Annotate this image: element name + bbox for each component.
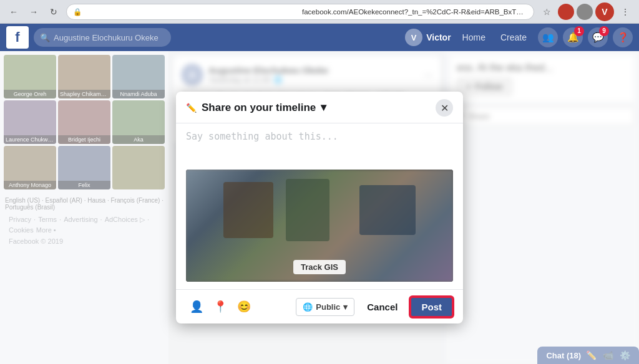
- modal-title-area: ✏️ Share on your timeline ▼: [186, 102, 329, 114]
- share-textarea[interactable]: [186, 131, 453, 162]
- dropdown-arrow: ▼: [318, 102, 329, 114]
- chrome-user-avatar: V: [595, 2, 614, 21]
- nav-links: Home Create: [456, 29, 533, 46]
- extension-icon-1: [558, 4, 574, 20]
- menu-button[interactable]: ⋮: [617, 3, 634, 21]
- nav-buttons: ← → ↻: [5, 3, 62, 21]
- home-link[interactable]: Home: [456, 29, 492, 46]
- extension-icon-2: [577, 4, 593, 20]
- user-name-nav: Victor: [426, 32, 451, 42]
- lock-icon: 🔒: [73, 7, 298, 16]
- cancel-button[interactable]: Cancel: [359, 298, 405, 316]
- bookmark-button[interactable]: ☆: [538, 3, 555, 21]
- location-button[interactable]: 📍: [210, 296, 231, 317]
- messages-button[interactable]: 💬 9: [588, 27, 608, 47]
- messages-badge: 9: [599, 26, 609, 36]
- nav-user[interactable]: V Victor: [405, 29, 451, 46]
- url-text: facebook.com/AEOkekeconnect?_tn_=%2CdC-R…: [302, 8, 527, 16]
- modal-header: ✏️ Share on your timeline ▼ ✕: [176, 92, 463, 123]
- search-icon: 🔍: [40, 33, 50, 42]
- textarea-wrap: 😊: [186, 131, 453, 165]
- modal-footer: 👤 📍 😊 🌐 Public ▾ Cancel Post: [176, 289, 463, 323]
- image-overlay-text: Track GIS: [293, 260, 346, 274]
- feeling-button[interactable]: 😊: [233, 296, 255, 317]
- address-bar[interactable]: 🔒 facebook.com/AEOkekeconnect?_tn_=%2CdC…: [66, 4, 534, 20]
- modal-close-button[interactable]: ✕: [436, 99, 453, 117]
- modal-title-text: Share on your timeline: [202, 102, 316, 114]
- main-content: George Oreh Shapley Chikamuret Nnamdi Ad…: [0, 51, 639, 364]
- browser-chrome: ← → ↻ 🔒 facebook.com/AEOkekeconnect?_tn_…: [0, 0, 639, 24]
- user-avatar-nav: V: [405, 29, 422, 46]
- share-title-dropdown[interactable]: Share on your timeline ▼: [202, 102, 329, 114]
- audience-chevron: ▾: [343, 302, 348, 312]
- footer-icon-buttons: 👤 📍 😊: [186, 296, 255, 317]
- tag-people-button[interactable]: 👤: [186, 296, 207, 317]
- globe-icon-audience: 🌐: [303, 302, 313, 312]
- audience-selector[interactable]: 🌐 Public ▾: [296, 298, 354, 316]
- notifications-badge: 1: [574, 26, 584, 36]
- modal-image-inner: Track GIS: [186, 170, 453, 282]
- modal-image-preview: Track GIS: [186, 170, 453, 282]
- audience-label: Public: [316, 302, 340, 312]
- facebook-logo: f: [6, 26, 29, 49]
- browser-actions: ☆ V ⋮: [538, 2, 634, 21]
- refresh-button[interactable]: ↻: [45, 3, 62, 21]
- edit-icon: ✏️: [186, 103, 197, 113]
- search-bar[interactable]: 🔍: [34, 28, 171, 47]
- back-button[interactable]: ←: [5, 3, 22, 21]
- post-button[interactable]: Post: [410, 297, 453, 317]
- facebook-navbar: f 🔍 V Victor Home Create 👥 🔔 1 💬 9 ❓: [0, 24, 639, 51]
- notifications-button[interactable]: 🔔 1: [563, 27, 583, 47]
- help-button[interactable]: ❓: [613, 27, 633, 47]
- friends-button[interactable]: 👥: [538, 27, 558, 47]
- search-input[interactable]: [54, 33, 165, 42]
- modal-body: 😊 Track GIS: [176, 123, 463, 289]
- forward-button[interactable]: →: [25, 3, 42, 21]
- share-modal: ✏️ Share on your timeline ▼ ✕ 😊: [176, 92, 463, 323]
- create-link[interactable]: Create: [494, 29, 533, 46]
